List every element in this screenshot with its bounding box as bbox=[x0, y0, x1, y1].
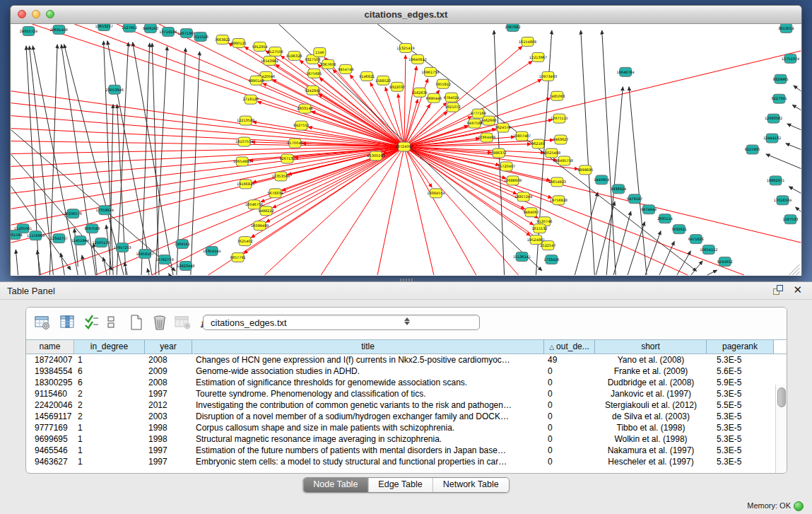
graph-node[interactable]: 12213967 bbox=[529, 52, 547, 62]
graph-node[interactable]: 18640910 bbox=[408, 54, 426, 64]
graph-node[interactable]: 9484067 bbox=[523, 208, 539, 217]
table-row[interactable]: 946362711997Embryonic stem cells: a mode… bbox=[26, 456, 787, 467]
graph-node[interactable]: 2522547 bbox=[540, 241, 555, 250]
graph-node[interactable]: 19756928 bbox=[550, 196, 567, 205]
graph-node[interactable]: 9215935 bbox=[745, 145, 760, 154]
graph-node[interactable]: 10719186 bbox=[159, 27, 177, 36]
graph-node[interactable]: 1527602 bbox=[122, 24, 137, 32]
graph-node[interactable]: 11451944 bbox=[71, 236, 89, 245]
tab-network-table[interactable]: Network Table bbox=[433, 478, 509, 492]
graph-node[interactable]: 18807249 bbox=[514, 192, 532, 201]
new-table-icon[interactable] bbox=[129, 315, 143, 332]
graph-node[interactable]: 12342757 bbox=[50, 234, 68, 243]
graph-node[interactable]: 12923448 bbox=[177, 262, 194, 271]
graph-node[interactable]: 23053346 bbox=[106, 85, 124, 94]
table-row[interactable]: 1938455462009Genome-wide association stu… bbox=[26, 366, 787, 377]
column-header-in-degree[interactable]: in_degree bbox=[74, 340, 145, 354]
graph-node[interactable]: 1615132 bbox=[531, 224, 547, 233]
graph-node[interactable]: 15751074 bbox=[782, 54, 799, 63]
graph-node[interactable]: 9857791 bbox=[230, 253, 246, 262]
graph-node[interactable]: 7632621 bbox=[671, 225, 687, 234]
graph-node[interactable]: 1546 bbox=[314, 47, 326, 57]
select-all-icon[interactable] bbox=[84, 315, 100, 330]
graph-node[interactable]: 6990448 bbox=[426, 93, 442, 103]
graph-node[interactable]: 19166825 bbox=[237, 180, 254, 189]
graph-node[interactable]: 1562635 bbox=[412, 88, 428, 97]
graph-node[interactable]: 24055724 bbox=[20, 26, 37, 35]
graph-node[interactable]: 11156869 bbox=[27, 231, 45, 240]
graph-node[interactable]: 6794024 bbox=[444, 93, 459, 102]
column-header-pagerank[interactable]: pagerank bbox=[707, 340, 774, 354]
graph-node[interactable]: 8466160 bbox=[143, 24, 158, 33]
graph-node[interactable]: 3624574 bbox=[495, 123, 511, 132]
graph-node[interactable]: 12975115 bbox=[551, 114, 568, 123]
table-row[interactable]: 977716911998Corpus callosum shape and si… bbox=[26, 422, 787, 433]
table-select-dropdown[interactable]: citations_edges.txt bbox=[203, 315, 480, 330]
graph-node[interactable]: 10973493 bbox=[539, 71, 557, 81]
graph-node[interactable]: 8813054 bbox=[778, 24, 794, 33]
table-row[interactable]: 1456911722003Disruption of a novel membe… bbox=[26, 411, 787, 422]
graph-node[interactable]: 9329965 bbox=[772, 74, 788, 83]
graph-node[interactable]: 2718126 bbox=[243, 95, 259, 104]
graph-node[interactable]: 2367608 bbox=[320, 59, 336, 69]
graph-node[interactable]: 9146821 bbox=[359, 71, 375, 81]
graph-node[interactable]: 16648784 bbox=[616, 67, 634, 76]
graph-node[interactable]: 7625402 bbox=[237, 237, 253, 246]
graph-node[interactable]: 12353594 bbox=[272, 172, 290, 181]
graph-node[interactable]: 7663822 bbox=[215, 35, 230, 44]
graph-node[interactable]: 8186328 bbox=[286, 51, 302, 60]
graph-node[interactable]: 12505135 bbox=[93, 238, 110, 247]
close-panel-icon[interactable]: ✕ bbox=[793, 285, 802, 295]
graph-node[interactable]: 2935114 bbox=[657, 214, 673, 223]
graph-node[interactable]: 7986372 bbox=[491, 148, 507, 158]
graph-node[interactable]: 20364486 bbox=[478, 133, 495, 142]
graph-node[interactable]: 1588520 bbox=[375, 76, 391, 85]
graph-node[interactable]: 8427552 bbox=[293, 121, 309, 130]
graph-node[interactable]: 10654112 bbox=[700, 245, 717, 255]
graph-node[interactable]: 19384554 bbox=[427, 189, 445, 198]
graph-node[interactable]: 6497568 bbox=[467, 119, 483, 128]
graph-node[interactable]: 9322037 bbox=[389, 82, 405, 91]
graph-node[interactable]: 7515526 bbox=[193, 32, 208, 41]
column-header-year[interactable]: year bbox=[145, 340, 192, 354]
graph-node[interactable]: 9227341 bbox=[771, 94, 787, 103]
graph-node[interactable]: 1621072 bbox=[445, 103, 461, 112]
network-canvas[interactable]: 2405572420691406106532571527602846616010… bbox=[11, 24, 801, 276]
tab-edge-table[interactable]: Edge Table bbox=[368, 478, 433, 492]
graph-node[interactable]: 5675685 bbox=[306, 69, 322, 78]
graph-node[interactable]: 9890148 bbox=[249, 76, 264, 85]
graph-node[interactable]: 1733426 bbox=[543, 255, 559, 264]
graph-node[interactable]: 17016504 bbox=[774, 196, 792, 205]
table-row[interactable]: 1830029562008Estimation of significance … bbox=[26, 377, 787, 388]
resize-grip-icon[interactable] bbox=[789, 264, 799, 275]
graph-node[interactable]: 12093582 bbox=[765, 114, 782, 123]
graph-node[interactable]: 10653257 bbox=[95, 24, 113, 30]
graph-node[interactable]: 6479197 bbox=[627, 194, 642, 204]
graph-node[interactable]: 1187533 bbox=[782, 215, 798, 224]
graph-node[interactable]: 9498222 bbox=[258, 206, 273, 216]
graph-node[interactable]: 12444132 bbox=[763, 134, 781, 143]
table-row[interactable]: 1872400712008Changes of HCN gene express… bbox=[26, 354, 787, 366]
graph-node[interactable]: 9860125 bbox=[231, 38, 247, 47]
graph-node[interactable]: 20691406 bbox=[50, 25, 68, 34]
graph-node[interactable]: 10025488 bbox=[543, 148, 560, 158]
graph-node[interactable]: 7264541 bbox=[175, 240, 190, 249]
table-row[interactable]: 969969511998Structural magnetic resonanc… bbox=[26, 433, 787, 445]
graph-node[interactable]: 2087682 bbox=[505, 24, 521, 31]
delete-trash-icon[interactable] bbox=[152, 315, 167, 332]
graph-node[interactable]: 18107554 bbox=[235, 137, 253, 146]
graph-node[interactable]: 12213589 bbox=[237, 116, 254, 125]
graph-node[interactable]: 9245652 bbox=[717, 257, 733, 267]
table-row[interactable]: 946554611997Estimation of the future num… bbox=[26, 445, 787, 456]
graph-node[interactable]: 10654985 bbox=[233, 157, 251, 166]
float-panel-icon[interactable] bbox=[773, 285, 783, 295]
graph-node[interactable]: 9097588 bbox=[84, 224, 100, 233]
column-header-short[interactable]: short bbox=[595, 340, 707, 354]
table-scrollbar-thumb[interactable] bbox=[777, 387, 786, 407]
network-window[interactable]: citations_edges.txt 24055724206914061065… bbox=[10, 5, 802, 276]
column-header-name[interactable]: name bbox=[26, 340, 74, 354]
graph-node[interactable]: 5678334 bbox=[267, 189, 283, 198]
graph-node[interactable]: 10688609 bbox=[504, 176, 522, 185]
graph-node[interactable]: 9127508 bbox=[267, 47, 283, 56]
graph-node[interactable]: 9938924 bbox=[611, 185, 626, 194]
